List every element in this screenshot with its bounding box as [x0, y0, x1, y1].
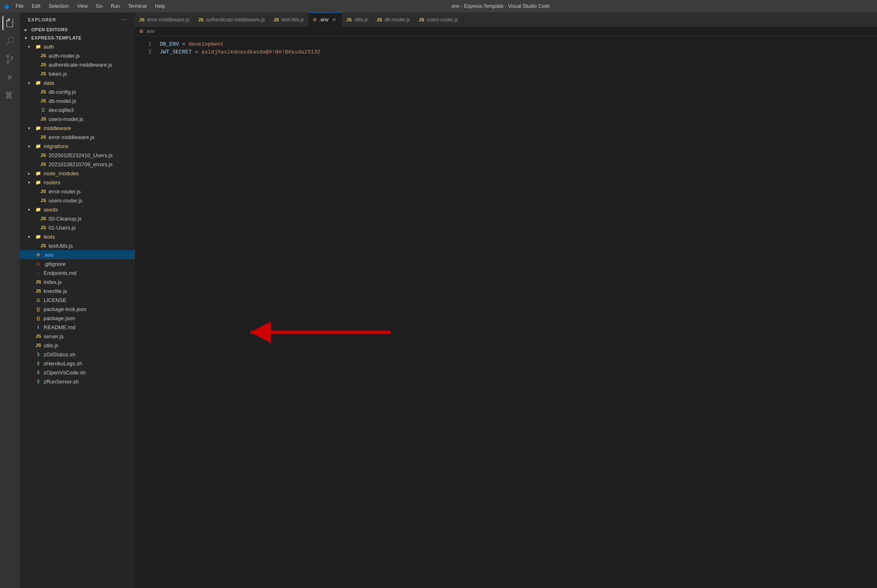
search-activity-icon[interactable] — [2, 34, 17, 49]
line-number-1: 1 — [135, 40, 151, 48]
sidebar-more-icon[interactable]: ⋯ — [121, 16, 127, 23]
sh-icon: $ — [35, 378, 42, 385]
tab-utils-label: utils.js — [354, 17, 368, 23]
project-section-header[interactable]: ▾ EXPRESS-TEMPLATE — [20, 34, 135, 42]
git-icon: ◎ — [35, 260, 42, 267]
open-editors-arrow: ▸ — [25, 28, 31, 32]
file-package-json[interactable]: {} package.json — [20, 314, 135, 323]
js-icon: JS — [35, 288, 42, 294]
source-control-activity-icon[interactable] — [2, 52, 17, 67]
sh-icon: $ — [35, 369, 42, 376]
editor-area: JS error-middleware.js JS authenticate-m… — [135, 12, 877, 588]
env-val-2: asldjhaslkdnasdkasda@#!@#!@#asda23132 — [201, 48, 320, 56]
folder-node-modules-icon: 📁 — [35, 170, 42, 177]
file-package-lock[interactable]: {} package-lock.json — [20, 304, 135, 314]
folder-data[interactable]: ▾ 📁 data — [20, 78, 135, 87]
file-authenticate-middleware[interactable]: JS authenticate-middleware.js — [20, 60, 135, 69]
json-icon: {} — [35, 315, 42, 321]
file-zgitstatus-label: zGitStatus.sh — [44, 351, 75, 358]
file-package-json-label: package.json — [44, 315, 75, 321]
editor-content[interactable]: 1 2 DB_ENV = development JWT_SECRET = as… — [135, 36, 877, 588]
file-users-model-label: users-model.js — [49, 116, 84, 122]
folder-middleware-icon: 📁 — [35, 125, 42, 131]
sidebar-actions: ⋯ — [121, 16, 127, 23]
folder-data-icon: 📁 — [35, 79, 42, 86]
file-error-router-label: error-router.js — [49, 188, 81, 195]
folder-auth[interactable]: ▾ 📁 auth — [20, 42, 135, 51]
file-users-router[interactable]: JS users-router.js — [20, 196, 135, 205]
tab-env-close-button[interactable]: ✕ — [331, 16, 337, 23]
tab-db-model[interactable]: JS db-model.js — [372, 12, 415, 27]
folder-tests[interactable]: ▾ 📁 tests — [20, 232, 135, 241]
file-gitignore[interactable]: ◎ .gitignore — [20, 259, 135, 268]
open-editors-label: Open Editors — [31, 27, 68, 32]
tab-env-icon: ⚙ — [313, 17, 317, 23]
file-server[interactable]: JS server.js — [20, 332, 135, 341]
menu-run[interactable]: Run — [107, 2, 123, 10]
menu-help[interactable]: Help — [152, 2, 169, 10]
md-icon: ↓ — [35, 270, 42, 276]
tests-arrow: ▾ — [28, 235, 35, 239]
readme-icon: ℹ — [35, 324, 42, 330]
file-db-model[interactable]: JS db-model.js — [20, 96, 135, 105]
tab-testutils-label: testUtils.js — [281, 17, 304, 23]
file-test-utils[interactable]: JS testUtils.js — [20, 241, 135, 250]
file-auth-router[interactable]: JS auth-router.js — [20, 51, 135, 60]
code-line-1: DB_ENV = development — [160, 40, 877, 48]
file-db-config[interactable]: JS db-config.js — [20, 87, 135, 96]
file-zrunserver[interactable]: $ zRunServer.sh — [20, 377, 135, 386]
file-readme[interactable]: ℹ README.md — [20, 323, 135, 332]
run-debug-activity-icon[interactable] — [2, 70, 17, 85]
file-utils-label: utils.js — [44, 342, 58, 349]
sidebar: Explorer ⋯ ▸ Open Editors ▾ EXPRESS-TEMP… — [20, 12, 135, 588]
file-index-js[interactable]: JS index.js — [20, 277, 135, 286]
folder-routers[interactable]: ▾ 📁 routers — [20, 178, 135, 187]
file-zopenvsode[interactable]: $ zOpenVsCode.sh — [20, 368, 135, 377]
file-cleanup-label: 00-Cleanup.js — [49, 216, 81, 222]
file-license[interactable]: ⚖ LICENSE — [20, 295, 135, 304]
folder-node-modules[interactable]: ▸ 📁 node_modules — [20, 169, 135, 178]
file-utils[interactable]: JS utils.js — [20, 341, 135, 350]
routers-arrow: ▾ — [28, 180, 35, 185]
seeds-arrow: ▾ — [28, 207, 35, 212]
file-error-router[interactable]: JS error-router.js — [20, 187, 135, 196]
file-knexfile[interactable]: JS knexfile.js — [20, 286, 135, 295]
file-dev-sqlite3[interactable]: ☰ dev.sqlite3 — [20, 105, 135, 114]
file-error-middleware[interactable]: JS error-middleware.js — [20, 132, 135, 142]
file-cleanup[interactable]: JS 00-Cleanup.js — [20, 214, 135, 223]
code-area[interactable]: DB_ENV = development JWT_SECRET = asldjh… — [156, 36, 877, 588]
file-users-seed[interactable]: JS 01-Users.js — [20, 223, 135, 232]
file-zherokulous[interactable]: $ zHerokuLogs.sh — [20, 359, 135, 368]
explorer-activity-icon[interactable] — [2, 16, 17, 30]
file-endpoints-md[interactable]: ↓ Endpoints.md — [20, 268, 135, 277]
file-token[interactable]: JS token.js — [20, 69, 135, 78]
file-users-seed-label: 01-Users.js — [49, 225, 76, 231]
tab-env[interactable]: ⚙ .env ✕ — [309, 12, 342, 27]
menu-view[interactable]: View — [74, 2, 91, 10]
tab-authenticate-middleware[interactable]: JS authenticate-middleware.js — [194, 12, 269, 27]
open-editors-section[interactable]: ▸ Open Editors — [20, 26, 135, 34]
menu-edit[interactable]: Edit — [28, 2, 44, 10]
folder-seeds[interactable]: ▾ 📁 seeds — [20, 205, 135, 214]
tab-error-middleware[interactable]: JS error-middleware.js — [135, 12, 194, 27]
menu-file[interactable]: File — [12, 2, 27, 10]
menu-terminal[interactable]: Terminal — [125, 2, 150, 10]
file-migration-users[interactable]: JS 20200105232410_Users.js — [20, 151, 135, 160]
tab-users-router[interactable]: JS users-router.js — [415, 12, 463, 27]
tab-js-icon: JS — [377, 17, 382, 22]
folder-migrations[interactable]: ▾ 📁 migrations — [20, 142, 135, 151]
file-migration-errors[interactable]: JS 20210108210709_errors.js — [20, 160, 135, 169]
tab-js-icon: JS — [419, 17, 424, 22]
file-users-model[interactable]: JS users-model.js — [20, 114, 135, 123]
menu-go[interactable]: Go — [93, 2, 106, 10]
folder-middleware[interactable]: ▾ 📁 middleware — [20, 123, 135, 132]
file-zgitstatus[interactable]: $ zGitStatus.sh — [20, 350, 135, 359]
extensions-activity-icon[interactable] — [2, 88, 17, 103]
tab-testutils[interactable]: JS testUtils.js — [269, 12, 308, 27]
license-icon: ⚖ — [35, 297, 42, 303]
folder-tests-icon: 📁 — [35, 233, 42, 240]
file-env[interactable]: ⚙ .env — [20, 250, 135, 259]
tab-utils[interactable]: JS utils.js — [342, 12, 372, 27]
folder-auth-icon: 📁 — [35, 43, 42, 50]
menu-selection[interactable]: Selection — [45, 2, 72, 10]
